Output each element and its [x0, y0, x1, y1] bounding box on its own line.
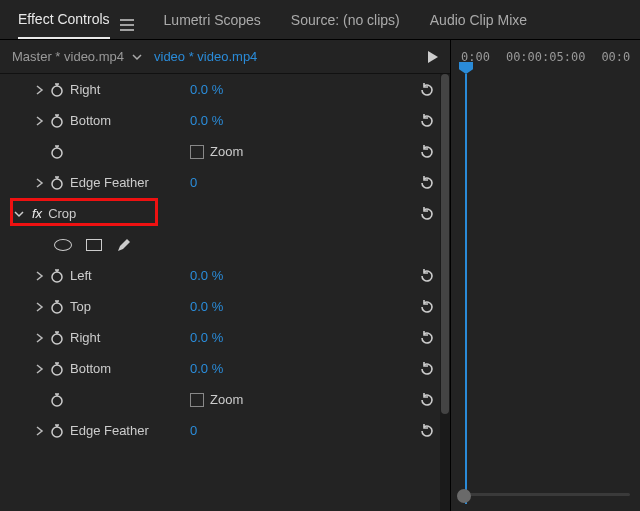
stopwatch-icon[interactable] [48, 268, 66, 284]
prop-label: Edge Feather [70, 175, 190, 190]
chevron-right-icon[interactable] [36, 333, 48, 343]
panel-tabbar: Effect Controls Lumetri Scopes Source: (… [0, 0, 640, 40]
prop-value[interactable]: 0.0 % [190, 299, 223, 314]
zoom-checkbox[interactable] [190, 393, 204, 407]
reset-icon[interactable] [418, 205, 436, 223]
prop-row-zoom: Zoom [0, 136, 450, 167]
prop-row-crop-left: Left 0.0 % [0, 260, 450, 291]
prop-row-edge-feather: Edge Feather 0 [0, 167, 450, 198]
stopwatch-icon[interactable] [48, 113, 66, 129]
prop-label: Zoom [210, 392, 243, 407]
reset-icon[interactable] [418, 81, 436, 99]
prop-row-crop-edge-feather: Edge Feather 0 [0, 415, 450, 446]
prop-value[interactable]: 0.0 % [190, 361, 223, 376]
zoom-checkbox[interactable] [190, 145, 204, 159]
keyframe-timeline[interactable]: 0:00 00:00:05:00 00:0 [450, 40, 640, 511]
reset-icon[interactable] [418, 112, 436, 130]
svg-point-5 [52, 303, 62, 313]
mask-tools-row [0, 229, 450, 260]
effect-controls-panel: Master * video.mp4 video * video.mp4 Rig… [0, 40, 450, 511]
svg-point-7 [52, 365, 62, 375]
prop-label: Edge Feather [70, 423, 190, 438]
chevron-right-icon[interactable] [36, 426, 48, 436]
panel-menu-icon[interactable] [120, 9, 134, 31]
prop-value[interactable]: 0 [190, 175, 197, 190]
stopwatch-icon[interactable] [48, 144, 66, 160]
timecode: 00:00:05:00 [506, 50, 585, 64]
timeline-zoom-scrollbar[interactable] [457, 489, 630, 499]
reset-icon[interactable] [418, 174, 436, 192]
fx-badge-icon[interactable]: fx [32, 206, 42, 221]
reset-icon[interactable] [418, 143, 436, 161]
reset-icon[interactable] [418, 391, 436, 409]
svg-point-0 [52, 86, 62, 96]
scrollbar-thumb[interactable] [457, 489, 471, 503]
prop-label: Right [70, 330, 190, 345]
chevron-down-icon[interactable] [14, 209, 26, 219]
prop-label: Bottom [70, 113, 190, 128]
chevron-down-icon[interactable] [132, 52, 142, 62]
stopwatch-icon[interactable] [48, 392, 66, 408]
reset-icon[interactable] [418, 329, 436, 347]
tab-audio-clip-mixer[interactable]: Audio Clip Mixe [430, 2, 527, 38]
prop-value[interactable]: 0 [190, 423, 197, 438]
effect-title: Crop [48, 206, 76, 221]
prop-value[interactable]: 0.0 % [190, 113, 223, 128]
clip-header: Master * video.mp4 video * video.mp4 [0, 40, 450, 74]
stopwatch-icon[interactable] [48, 361, 66, 377]
pen-mask-icon[interactable] [116, 237, 132, 253]
time-ruler[interactable]: 0:00 00:00:05:00 00:0 [451, 40, 640, 74]
prop-label: Right [70, 82, 190, 97]
sequence-clip-name[interactable]: video * video.mp4 [154, 49, 257, 64]
chevron-right-icon[interactable] [36, 116, 48, 126]
stopwatch-icon[interactable] [48, 82, 66, 98]
svg-point-8 [52, 396, 62, 406]
playhead-line[interactable] [465, 74, 467, 504]
reset-icon[interactable] [418, 360, 436, 378]
chevron-right-icon[interactable] [36, 178, 48, 188]
effect-header-crop[interactable]: fx Crop [0, 198, 450, 229]
prop-row-crop-top: Top 0.0 % [0, 291, 450, 322]
prop-value[interactable]: 0.0 % [190, 82, 223, 97]
svg-point-4 [52, 272, 62, 282]
stopwatch-icon[interactable] [48, 423, 66, 439]
stopwatch-icon[interactable] [48, 330, 66, 346]
stopwatch-icon[interactable] [48, 175, 66, 191]
play-icon[interactable] [428, 51, 438, 63]
tab-effect-controls[interactable]: Effect Controls [18, 1, 110, 39]
prop-row-crop-zoom: Zoom [0, 384, 450, 415]
prop-row-crop-right: Right 0.0 % [0, 322, 450, 353]
svg-point-6 [52, 334, 62, 344]
ellipse-mask-icon[interactable] [54, 239, 72, 251]
rectangle-mask-icon[interactable] [86, 239, 102, 251]
tab-source[interactable]: Source: (no clips) [291, 2, 400, 38]
chevron-right-icon[interactable] [36, 364, 48, 374]
timecode: 00:0 [601, 50, 630, 64]
property-list: Right 0.0 % Bottom 0.0 % [0, 74, 450, 446]
prop-label: Left [70, 268, 190, 283]
scrollbar-thumb[interactable] [441, 74, 449, 414]
prop-row-crop-bottom: Bottom 0.0 % [0, 353, 450, 384]
reset-icon[interactable] [418, 422, 436, 440]
svg-point-2 [52, 148, 62, 158]
prop-value[interactable]: 0.0 % [190, 330, 223, 345]
prop-row-right: Right 0.0 % [0, 74, 450, 105]
svg-point-1 [52, 117, 62, 127]
reset-icon[interactable] [418, 298, 436, 316]
timecode: 0:00 [461, 50, 490, 64]
panel-scrollbar-vertical[interactable] [440, 74, 450, 511]
prop-label: Top [70, 299, 190, 314]
prop-label: Zoom [210, 144, 243, 159]
chevron-right-icon[interactable] [36, 85, 48, 95]
svg-point-3 [52, 179, 62, 189]
prop-row-bottom: Bottom 0.0 % [0, 105, 450, 136]
master-clip-name: Master * video.mp4 [12, 49, 124, 64]
svg-point-9 [52, 427, 62, 437]
tab-lumetri-scopes[interactable]: Lumetri Scopes [164, 2, 261, 38]
prop-label: Bottom [70, 361, 190, 376]
chevron-right-icon[interactable] [36, 302, 48, 312]
reset-icon[interactable] [418, 267, 436, 285]
stopwatch-icon[interactable] [48, 299, 66, 315]
prop-value[interactable]: 0.0 % [190, 268, 223, 283]
chevron-right-icon[interactable] [36, 271, 48, 281]
